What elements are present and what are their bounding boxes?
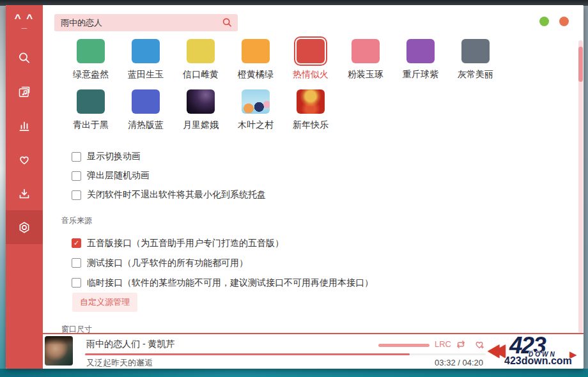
minimize-button[interactable] [539,17,549,26]
theme-swatch [242,39,270,63]
close-button[interactable] [559,17,569,26]
theme-option[interactable]: 木叶之村 [228,89,283,131]
theme-label: 灰常美丽 [448,69,503,81]
checkbox[interactable] [72,190,81,200]
repeat-icon[interactable] [455,339,467,350]
progress-fill [85,353,410,355]
app-window: ^ ^ _ [6,5,584,369]
checkbox[interactable] [72,278,81,288]
checkbox-switch-animation[interactable]: 显示切换动画 [72,147,266,166]
checkbox[interactable] [72,171,81,181]
theme-image-swatch [187,89,215,114]
main-column: 绿意盎然 蓝田生玉 信口雌黄 橙黄橘绿 [43,5,584,369]
desktop-strip-bottom [0,369,588,377]
download-icon [17,187,31,201]
theme-option[interactable]: 粉装玉琢 [338,39,393,81]
theme-option[interactable]: 青出于黑 [63,89,118,131]
music-source-options: 五音版接口（为五音助手用户专门打造的五音版） 测试接口（几乎软件的所有功能都可用… [72,233,373,293]
theme-label: 橙黄橘绿 [228,69,283,81]
progress-bar[interactable] [85,353,486,355]
theme-option[interactable]: 绿意盎然 [63,39,118,81]
sidebar-item-favorites[interactable] [6,142,43,176]
album-art[interactable] [45,336,73,365]
theme-swatch [406,39,435,63]
checkbox-minimize-to-tray[interactable]: 关闭软件时不退出软件将其最小化到系统托盘 [72,185,266,204]
app-logo: ^ ^ _ [15,13,35,38]
checkbox-wuyin-api[interactable]: 五音版接口（为五音助手用户专门打造的五音版） [72,233,373,253]
checkbox-test-api[interactable]: 测试接口（几乎软件的所有功能都可用） [72,253,373,273]
theme-option[interactable]: 月里嫦娥 [173,89,228,131]
theme-swatch [132,89,160,114]
section-music-source: 音乐来源 [61,215,92,226]
checkbox[interactable] [72,152,81,162]
time-display: 03:32 / 04:20 [435,358,483,367]
theme-label: 重斤球紫 [393,69,448,81]
theme-swatch [461,39,490,63]
heart-icon [17,153,31,167]
theme-option[interactable]: 新年快乐 [283,89,338,131]
checkbox-checked[interactable] [72,238,81,248]
sidebar: ^ ^ _ [6,5,43,369]
favorite-icon[interactable] [474,339,485,350]
sidebar-item-ranking[interactable] [6,109,43,142]
theme-row-1: 绿意盎然 蓝田生玉 信口雌黄 橙黄橘绿 [43,39,567,81]
sidebar-item-library[interactable] [6,75,43,109]
theme-option[interactable]: 信口雌黄 [173,39,228,81]
volume-slider[interactable] [378,344,429,347]
theme-option[interactable]: 蓝田生玉 [118,39,173,81]
sidebar-item-settings[interactable] [6,210,43,244]
theme-grid: 绿意盎然 蓝田生玉 信口雌黄 橙黄橘绿 [43,39,567,131]
search-input[interactable] [61,18,222,27]
theme-label: 信口雌黄 [173,69,228,81]
theme-option[interactable]: 橙黄橘绿 [228,39,283,81]
custom-source-button[interactable]: 自定义源管理 [72,293,137,312]
theme-label: 青出于黑 [63,119,118,131]
settings-page: 绿意盎然 蓝田生玉 信口雌黄 橙黄橘绿 [43,5,584,333]
music-library-icon [17,85,31,99]
search-icon [17,51,31,65]
search-bar[interactable] [54,14,238,31]
theme-label: 绿意盎然 [63,69,118,81]
theme-swatch [297,39,325,63]
checkbox[interactable] [72,258,81,268]
player-bar: 雨中的恋人们 - 黄凯芹 又泛起昨天的邂逅 LRC 03:32 / 04:20 [43,333,584,369]
theme-swatch [77,39,105,63]
lrc-toggle[interactable]: LRC [435,339,451,349]
search-icon[interactable] [222,17,233,28]
theme-image-swatch [297,89,325,114]
general-options: 显示切换动画 弹出层随机动画 关闭软件时不退出软件将其最小化到系统托盘 [72,147,266,204]
theme-swatch [77,89,105,114]
theme-swatch [352,39,380,63]
theme-option[interactable]: 重斤球紫 [393,39,448,81]
chart-icon [17,119,31,133]
sidebar-nav [6,41,43,244]
theme-image-swatch [242,89,270,114]
window-controls [539,17,569,26]
theme-swatch [132,39,160,63]
settings-icon [17,220,31,235]
sidebar-item-search[interactable] [6,41,43,75]
theme-option-selected[interactable]: 热情似火 [283,39,338,81]
theme-option[interactable]: 清热版蓝 [118,89,173,131]
theme-row-2: 青出于黑 清热版蓝 月里嫦娥 木叶之村 [43,89,567,131]
song-title: 雨中的恋人们 - 黄凯芹 [86,339,174,350]
scrollbar-thumb[interactable] [578,47,583,82]
checkbox-popup-animation[interactable]: 弹出层随机动画 [72,166,266,185]
theme-swatch [187,39,215,63]
theme-label: 新年快乐 [283,119,338,131]
theme-label: 蓝田生玉 [118,69,173,81]
desktop-strip-right [584,6,588,369]
theme-label: 月里嫦娥 [173,119,228,131]
checkbox-temp-api[interactable]: 临时接口（软件的某些功能不可用，建议测试接口不可用再使用本接口） [72,273,373,293]
theme-label: 粉装玉琢 [338,69,393,81]
theme-option[interactable]: 灰常美丽 [448,39,503,81]
sidebar-item-downloads[interactable] [6,176,43,210]
scrollbar[interactable] [578,40,583,333]
theme-label: 热情似火 [283,69,338,81]
section-window-size: 窗口尺寸 [61,324,92,333]
lyric-line: 又泛起昨天的邂逅 [86,357,153,369]
theme-label: 木叶之村 [228,119,283,131]
theme-label: 清热版蓝 [118,119,173,131]
